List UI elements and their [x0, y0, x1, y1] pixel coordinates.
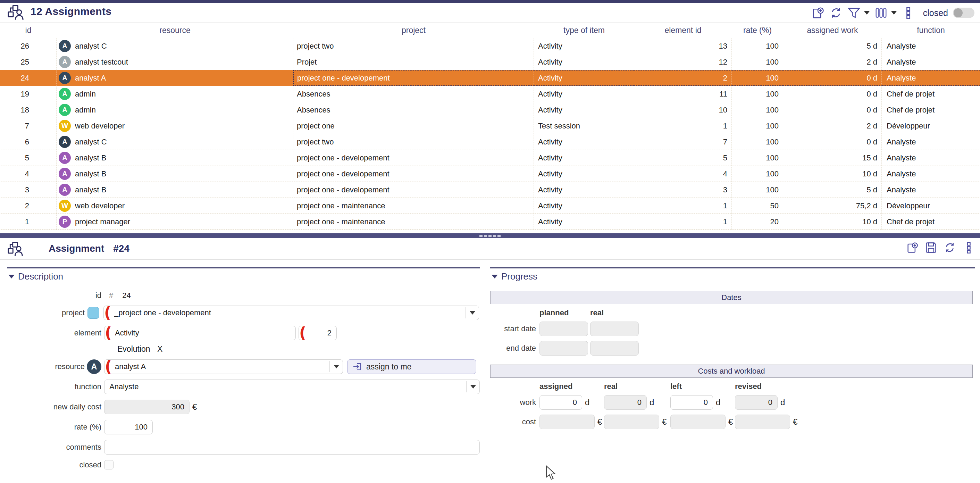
resource-avatar: W — [59, 120, 71, 132]
progress-section-toggle[interactable]: Progress — [490, 268, 975, 283]
kebab-menu-icon[interactable] — [962, 241, 975, 254]
refresh-icon[interactable] — [943, 241, 956, 254]
table-row[interactable]: 5 A analyst B project one - developement… — [0, 150, 980, 166]
table-row[interactable]: 4 A analyst B project one - developement… — [0, 166, 980, 182]
table-row[interactable]: 26 A analyst C project two Activity 13 1… — [0, 38, 980, 54]
table-row[interactable]: 24 A analyst A project one - developemen… — [0, 70, 980, 86]
table-row[interactable]: 2 W web developer project one - maintena… — [0, 198, 980, 214]
resource-name: web developer — [75, 201, 125, 210]
column-header-assigned-work[interactable]: assigned work — [783, 22, 882, 38]
column-header-type[interactable]: type of item — [534, 22, 634, 38]
cell-id: 18 — [0, 102, 57, 118]
table-row[interactable]: 25 A analyst testcout Projet Activity 12… — [0, 54, 980, 70]
dates-group-header: Dates — [490, 291, 973, 304]
columns-icon[interactable] — [875, 6, 888, 19]
element-type-field[interactable]: ( Activity — [104, 326, 296, 340]
column-header-rate[interactable]: rate (%) — [732, 22, 783, 38]
assign-to-me-button[interactable]: assign to me — [347, 359, 476, 374]
kebab-menu-icon[interactable] — [902, 6, 915, 19]
description-section-toggle[interactable]: Description — [7, 268, 480, 283]
table-row[interactable]: 1 P project manager project one - mainte… — [0, 214, 980, 230]
cell-type: Activity — [534, 86, 634, 102]
required-marker: ( — [104, 304, 111, 322]
cell-type: Activity — [534, 38, 634, 54]
cell-element-id: 7 — [634, 134, 732, 150]
resource-avatar: A — [59, 56, 71, 68]
cell-type: Activity — [534, 198, 634, 214]
add-icon[interactable] — [906, 241, 919, 254]
toggle-knob — [954, 8, 963, 18]
cell-rate: 100 — [732, 150, 783, 166]
planned-column-header: planned — [539, 308, 590, 317]
resource-avatar: P — [59, 216, 71, 228]
resource-avatar: A — [59, 152, 71, 164]
panel-splitter[interactable] — [0, 233, 980, 238]
cost-label: cost — [490, 418, 539, 426]
project-color-swatch[interactable] — [88, 307, 99, 319]
work-left-input[interactable] — [670, 395, 713, 410]
rate-input[interactable] — [104, 420, 153, 434]
table-row[interactable]: 7 W web developer project one Test sessi… — [0, 118, 980, 134]
filter-caret-icon[interactable] — [864, 11, 870, 14]
save-icon[interactable] — [924, 241, 938, 254]
project-select[interactable]: ( _project one - developement — [103, 306, 479, 320]
cell-rate: 100 — [732, 102, 783, 118]
table-row[interactable]: 18 A admin Absences Activity 10 100 0 d … — [0, 102, 980, 118]
cell-function: Analyste — [882, 70, 980, 86]
cell-function: Analyste — [882, 38, 980, 54]
resource-avatar: A — [59, 104, 71, 116]
closed-checkbox[interactable] — [104, 460, 113, 469]
column-header-id[interactable]: id — [0, 22, 57, 38]
cell-assigned-work: 5 d — [783, 182, 882, 198]
assignments-table-header: id resource project type of item element… — [0, 22, 980, 38]
resource-select[interactable]: ( analyst A — [104, 359, 343, 374]
assign-arrow-icon — [352, 362, 362, 371]
cell-resource: A analyst C — [57, 38, 293, 54]
element-clear-button[interactable]: X — [157, 344, 162, 354]
daily-cost-input — [104, 400, 189, 414]
project-label: project — [7, 308, 85, 317]
element-link[interactable]: Evolution — [117, 344, 150, 354]
element-id-field[interactable]: ( 2 — [299, 326, 337, 340]
cell-function: Analyste — [882, 166, 980, 182]
comments-input[interactable] — [104, 440, 480, 454]
closed-toggle[interactable] — [953, 8, 974, 18]
filter-icon[interactable] — [847, 6, 861, 19]
resource-name: admin — [75, 89, 96, 99]
add-icon[interactable] — [811, 6, 824, 19]
column-header-resource[interactable]: resource — [57, 22, 293, 38]
column-header-element-id[interactable]: element id — [634, 22, 732, 38]
resource-name: analyst C — [75, 137, 107, 147]
function-select[interactable]: Analyste — [104, 379, 480, 394]
column-header-project[interactable]: project — [293, 22, 534, 38]
resource-name: admin — [75, 105, 96, 115]
euro-sign: € — [192, 402, 197, 412]
end-date-planned-input — [539, 341, 588, 355]
cell-id: 1 — [0, 214, 57, 230]
columns-caret-icon[interactable] — [891, 11, 897, 14]
cell-resource: W web developer — [57, 198, 293, 214]
cell-project: project one - developement — [293, 70, 534, 86]
top-accent-bar — [0, 0, 980, 3]
column-header-function[interactable]: function — [882, 22, 980, 38]
refresh-icon[interactable] — [829, 6, 843, 19]
id-hash: # — [109, 291, 113, 300]
cell-id: 26 — [0, 38, 57, 54]
cell-assigned-work: 0 d — [783, 134, 882, 150]
resource-name: analyst C — [75, 41, 107, 51]
cell-type: Activity — [534, 166, 634, 182]
dropdown-caret-icon[interactable] — [329, 361, 343, 372]
resource-name: analyst B — [75, 153, 107, 163]
cell-type: Test session — [534, 118, 634, 134]
table-row[interactable]: 19 A admin Absences Activity 11 100 0 d … — [0, 86, 980, 102]
table-row[interactable]: 3 A analyst B project one - developement… — [0, 182, 980, 198]
cell-id: 5 — [0, 150, 57, 166]
dropdown-caret-icon[interactable] — [466, 381, 479, 392]
cell-element-id: 11 — [634, 86, 732, 102]
dropdown-caret-icon[interactable] — [466, 307, 479, 319]
work-assigned-input[interactable] — [539, 395, 582, 410]
table-row[interactable]: 6 A analyst C project two Activity 7 100… — [0, 134, 980, 150]
cell-function: Analyste — [882, 134, 980, 150]
cell-id: 7 — [0, 118, 57, 134]
cell-function: Développeur — [882, 198, 980, 214]
